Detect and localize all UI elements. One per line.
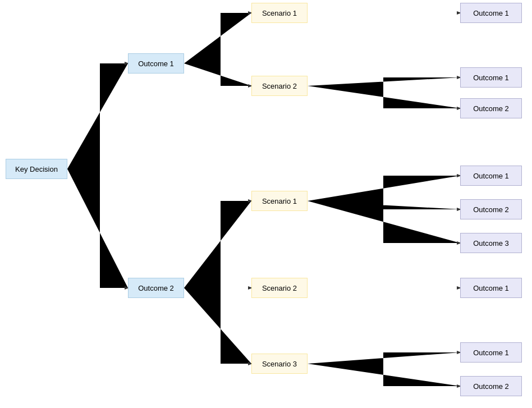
result-sc2o1-r1: Outcome 1 bbox=[460, 67, 522, 88]
scenario1-outcome1-node: Scenario 1 bbox=[251, 3, 308, 23]
result-sc1o1-r1: Outcome 1 bbox=[460, 3, 522, 23]
scenario3-outcome2-node: Scenario 3 bbox=[251, 354, 308, 374]
scenario2-outcome2-node: Scenario 2 bbox=[251, 278, 308, 298]
outcome1-node: Outcome 1 bbox=[128, 53, 184, 74]
result-sc3o2-r2: Outcome 2 bbox=[460, 376, 522, 396]
result-sc1o2-r2: Outcome 2 bbox=[460, 199, 522, 219]
key-decision-node: Key Decision bbox=[6, 159, 67, 179]
result-sc1o2-r1: Outcome 1 bbox=[460, 166, 522, 186]
scenario1-outcome2-node: Scenario 1 bbox=[251, 191, 308, 211]
result-sc1o2-r3: Outcome 3 bbox=[460, 233, 522, 253]
result-sc2o2-r1: Outcome 1 bbox=[460, 278, 522, 298]
outcome2-node: Outcome 2 bbox=[128, 278, 184, 298]
decision-tree-diagram: Key Decision Outcome 1 Outcome 2 Scenari… bbox=[0, 0, 532, 408]
result-sc3o2-r1: Outcome 1 bbox=[460, 342, 522, 363]
result-sc2o1-r2: Outcome 2 bbox=[460, 98, 522, 118]
scenario2-outcome1-node: Scenario 2 bbox=[251, 76, 308, 96]
